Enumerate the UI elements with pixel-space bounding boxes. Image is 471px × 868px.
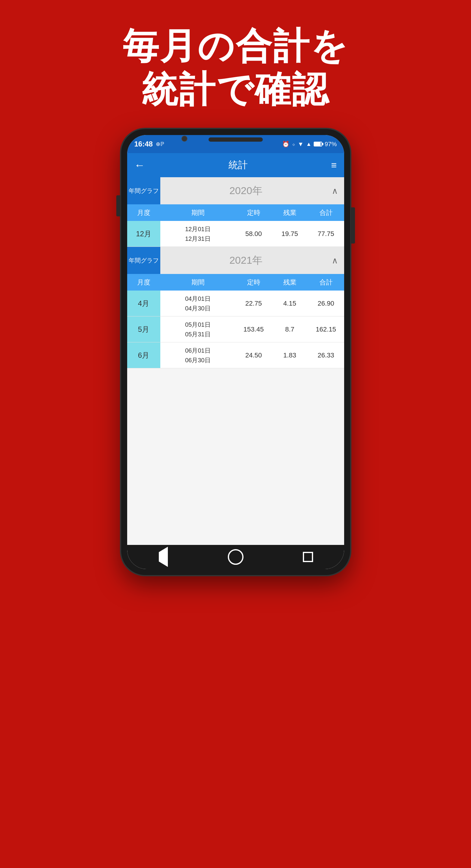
period-cell: 12月01日 12月31日: [160, 224, 236, 244]
table-row: 5月 05月01日 05月31日 153.45 8.7 162.15: [127, 316, 344, 342]
alarm-icon: ⏰: [282, 141, 290, 148]
year-graph-button-2021[interactable]: 年間 グラフ: [127, 247, 160, 274]
month-cell: 6月: [127, 342, 160, 368]
status-time: 16:48: [134, 140, 153, 148]
phone-device: 16:48 ⊕ℙ ⏰ ⬦ ▼ ▲ 97% ← 統計 ≡: [121, 129, 350, 575]
nav-home-button[interactable]: [227, 548, 245, 566]
table-row: 12月 12月01日 12月31日 58.00 19.75 77.75: [127, 221, 344, 247]
overtime-cell: 1.83: [272, 351, 308, 359]
month-cell: 5月: [127, 316, 160, 342]
overtime-cell: 8.7: [272, 326, 308, 333]
year-section-2021: 年間 グラフ 2021年 ∧ 月度 期間 定時 残業 合計 4月: [127, 247, 344, 398]
year-graph-button-2020[interactable]: 年間 グラフ: [127, 177, 160, 204]
data-icon: ⬦: [292, 141, 295, 147]
phone-camera: [181, 135, 187, 142]
bottom-navigation: [127, 545, 344, 569]
year-label-2020: 2020年: [160, 184, 332, 198]
period-cell: 06月01日 06月30日: [160, 346, 236, 365]
regular-cell: 24.50: [236, 351, 272, 359]
total-cell: 162.15: [308, 326, 344, 333]
hero-line1: 毎月の合計を: [123, 24, 349, 67]
battery-percent: 97%: [324, 141, 337, 148]
col-header-regular: 定時: [236, 208, 272, 217]
regular-cell: 58.00: [236, 230, 272, 238]
total-cell: 77.75: [308, 230, 344, 238]
app-bar: ← 統計 ≡: [127, 153, 344, 177]
hero-line2: 統計で確認: [123, 67, 349, 111]
month-cell: 12月: [127, 221, 160, 247]
period-cell: 04月01日 04月30日: [160, 294, 236, 313]
total-cell: 26.33: [308, 351, 344, 359]
battery-icon: [314, 142, 322, 147]
wifi-icon: ▼: [298, 141, 304, 148]
total-cell: 26.90: [308, 300, 344, 307]
col-header-period-2021: 期間: [160, 278, 236, 287]
col-header-overtime: 残業: [272, 208, 308, 217]
status-left: 16:48 ⊕ℙ: [134, 140, 164, 148]
regular-cell: 22.75: [236, 300, 272, 307]
recent-square-icon: [303, 552, 313, 562]
table-header-2020: 月度 期間 定時 残業 合計: [127, 204, 344, 221]
back-triangle-icon: [159, 552, 168, 562]
col-header-regular-2021: 定時: [236, 278, 272, 287]
nav-recent-button[interactable]: [299, 548, 317, 566]
col-header-total: 合計: [308, 208, 344, 217]
year-header-2021: 年間 グラフ 2021年 ∧: [127, 247, 344, 274]
signal-icon: ▲: [306, 141, 312, 147]
table-header-2021: 月度 期間 定時 残業 合計: [127, 274, 344, 290]
period-cell: 05月01日 05月31日: [160, 320, 236, 339]
status-icons: ⊕ℙ: [156, 141, 164, 147]
col-header-period: 期間: [160, 208, 236, 217]
empty-space: [127, 368, 344, 398]
phone-screen: 16:48 ⊕ℙ ⏰ ⬦ ▼ ▲ 97% ← 統計 ≡: [127, 135, 344, 569]
status-right: ⏰ ⬦ ▼ ▲ 97%: [282, 141, 337, 148]
chevron-up-icon-2020[interactable]: ∧: [332, 186, 344, 196]
year-header-2020: 年間 グラフ 2020年 ∧: [127, 177, 344, 204]
table-row: 6月 06月01日 06月30日 24.50 1.83 26.33: [127, 342, 344, 368]
col-header-month: 月度: [127, 208, 160, 217]
overtime-cell: 4.15: [272, 300, 308, 307]
overtime-cell: 19.75: [272, 230, 308, 238]
chevron-up-icon-2021[interactable]: ∧: [332, 255, 344, 266]
month-cell: 4月: [127, 290, 160, 316]
menu-button[interactable]: ≡: [331, 160, 337, 171]
year-label-2021: 2021年: [160, 253, 332, 267]
hero-text: 毎月の合計を 統計で確認: [123, 24, 349, 111]
app-bar-title: 統計: [145, 158, 331, 172]
col-header-month-2021: 月度: [127, 278, 160, 287]
main-content: 年間 グラフ 2020年 ∧ 月度 期間 定時 残業 合計 12月 12: [127, 177, 344, 545]
col-header-total-2021: 合計: [308, 278, 344, 287]
table-row: 4月 04月01日 04月30日 22.75 4.15 26.90: [127, 290, 344, 316]
back-button[interactable]: ←: [134, 159, 145, 172]
phone-speaker: [209, 137, 263, 142]
col-header-overtime-2021: 残業: [272, 278, 308, 287]
nav-back-button[interactable]: [154, 548, 172, 566]
regular-cell: 153.45: [236, 326, 272, 333]
home-circle-icon: [228, 549, 244, 565]
year-section-2020: 年間 グラフ 2020年 ∧ 月度 期間 定時 残業 合計 12月 12: [127, 177, 344, 247]
